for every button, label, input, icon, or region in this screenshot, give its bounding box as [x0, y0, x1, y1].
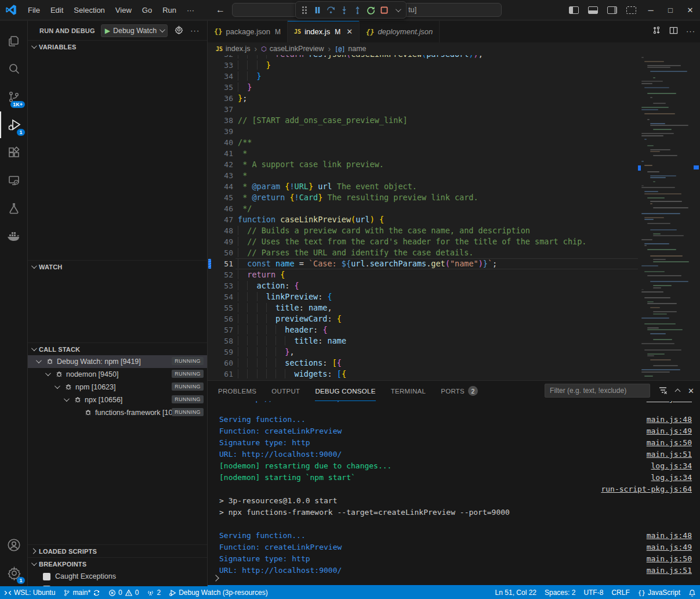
menu-selection[interactable]: Selection — [68, 3, 110, 17]
more-actions-icon[interactable]: ··· — [686, 27, 695, 35]
git-branch-status[interactable]: main* — [59, 586, 104, 599]
console-source-link[interactable]: log.js:34 — [651, 472, 692, 483]
line-number[interactable]: 49 — [208, 236, 233, 247]
line-number[interactable]: 54 — [208, 291, 233, 302]
panel-tab-output[interactable]: OUTPUT — [271, 381, 300, 401]
line-number[interactable]: 50 — [208, 247, 233, 258]
line-number[interactable]: 48 — [208, 225, 233, 236]
open-changes-icon[interactable] — [652, 26, 661, 37]
activitybar-docker[interactable] — [0, 223, 28, 250]
breakpoint-row[interactable]: Caught Exceptions — [28, 570, 207, 583]
nav-back-icon[interactable]: ← — [216, 5, 225, 15]
panel-tab-debug-console[interactable]: DEBUG CONSOLE — [315, 381, 375, 401]
line-number[interactable]: 47 — [208, 214, 233, 225]
line-number[interactable]: 37 — [208, 104, 233, 115]
activitybar-accounts[interactable] — [0, 532, 28, 558]
activitybar-source-control[interactable]: 1K+ — [0, 84, 28, 110]
close-panel-icon[interactable]: ✕ — [688, 387, 694, 395]
callstack-row[interactable]: Debug Watch: npm [9419]RUNNING — [28, 355, 207, 368]
debug-session-status[interactable]: Debug Watch (3p-resources) — [165, 586, 272, 599]
menu-view[interactable]: View — [110, 3, 137, 17]
callstack-row[interactable]: npx [10656]RUNNING — [28, 394, 207, 406]
menu-go[interactable]: Go — [137, 3, 157, 17]
callstack-row[interactable]: functions-framework [106...RUNNING — [28, 406, 207, 419]
code-editor[interactable]: 32 return res.json(caseLinkPreview(parse… — [208, 55, 638, 380]
customize-layout-icon[interactable] — [626, 6, 636, 14]
console-source-link[interactable]: run-script-pkg.js:64 — [601, 483, 692, 495]
activitybar-settings[interactable]: 1 — [0, 560, 28, 586]
activitybar-search[interactable] — [0, 56, 28, 82]
pause-button[interactable] — [311, 3, 324, 16]
section-breakpoints[interactable]: BREAKPOINTS — [28, 557, 207, 570]
language-mode[interactable]: {} JavaScript — [634, 586, 684, 599]
line-number[interactable]: 40 — [208, 137, 233, 148]
line-number[interactable]: 44 — [208, 181, 233, 192]
line-number[interactable]: 36 — [208, 93, 233, 104]
line-number[interactable]: 33 — [208, 60, 233, 71]
callstack-row[interactable]: nodemon [9450]RUNNING — [28, 368, 207, 381]
console-source-link[interactable]: main.js:51 — [647, 401, 692, 405]
eol-status[interactable]: CRLF — [607, 586, 633, 599]
line-number[interactable]: 38 — [208, 115, 233, 126]
line-number[interactable]: 42 — [208, 159, 233, 170]
breakpoint-checkbox[interactable] — [43, 573, 50, 580]
console-source-link[interactable]: main.js:49 — [647, 425, 692, 437]
callstack-row[interactable]: npm [10623]RUNNING — [28, 381, 207, 394]
more-actions-icon[interactable]: ··· — [190, 26, 200, 35]
line-number[interactable]: 39 — [208, 126, 233, 137]
minimize-button[interactable]: ─ — [641, 0, 661, 20]
section-variables[interactable]: VARIABLES — [28, 40, 207, 53]
section-loaded-scripts[interactable]: LOADED SCRIPTS — [28, 544, 207, 557]
close-tab-icon[interactable]: ✕ — [346, 27, 353, 36]
gear-icon[interactable] — [175, 26, 183, 36]
line-number[interactable]: 56 — [208, 313, 233, 324]
line-number[interactable]: 32 — [208, 55, 233, 60]
tab-deployment-json[interactable]: {} deployment.json — [360, 21, 440, 42]
menu-file[interactable]: File — [23, 3, 45, 17]
debug-session-chevron-icon[interactable] — [391, 3, 404, 16]
breadcrumb-symbol[interactable]: caseLinkPreview — [270, 45, 324, 53]
tab-index-js[interactable]: JS index.js M ✕ — [288, 21, 360, 42]
section-watch[interactable]: WATCH — [28, 260, 207, 273]
console-source-link[interactable]: log.js:34 — [651, 460, 692, 472]
line-number[interactable]: 41 — [208, 148, 233, 159]
breadcrumb-member[interactable]: name — [348, 45, 366, 53]
console-source-link[interactable]: main.js:50 — [647, 437, 692, 449]
activitybar-testing[interactable] — [0, 195, 28, 222]
activitybar-remote-explorer[interactable] — [0, 167, 28, 194]
line-number[interactable]: 34 — [208, 71, 233, 82]
menu-moremoremore[interactable]: ··· — [182, 3, 200, 17]
encoding-status[interactable]: UTF-8 — [579, 586, 607, 599]
remote-indicator[interactable]: WSL: Ubuntu — [0, 586, 59, 599]
line-number[interactable]: 46 — [208, 203, 233, 214]
split-editor-icon[interactable] — [669, 26, 678, 37]
ports-status[interactable]: 2 — [143, 586, 165, 599]
start-debug-icon[interactable]: ▶ — [105, 27, 110, 35]
minimap[interactable] — [638, 55, 691, 380]
line-number[interactable]: 45 — [208, 192, 233, 203]
line-number[interactable]: 43 — [208, 170, 233, 181]
line-number[interactable]: 59 — [208, 347, 233, 358]
step-out-button[interactable] — [351, 3, 364, 16]
close-button[interactable]: ✕ — [680, 0, 700, 20]
notifications-bell-icon[interactable] — [684, 586, 700, 599]
console-source-link[interactable]: main.js:48 — [647, 414, 692, 425]
panel-tab-problems[interactable]: PROBLEMS — [218, 381, 256, 401]
panel-tab-ports[interactable]: PORTS2 — [441, 381, 478, 401]
maximize-panel-icon[interactable] — [676, 387, 680, 395]
restart-button[interactable] — [365, 3, 377, 16]
line-number[interactable]: 60 — [208, 358, 233, 369]
toggle-secondary-sidebar-icon[interactable] — [607, 6, 617, 14]
step-into-button[interactable] — [338, 3, 350, 16]
breadcrumb-file[interactable]: index.js — [226, 45, 250, 53]
activitybar-explorer[interactable] — [0, 28, 28, 55]
menu-edit[interactable]: Edit — [45, 3, 68, 17]
maximize-button[interactable]: □ — [661, 0, 680, 20]
line-number[interactable]: 57 — [208, 324, 233, 335]
filter-icon[interactable] — [658, 385, 668, 396]
console-source-link[interactable]: main.js:50 — [647, 553, 692, 565]
line-number[interactable]: 61 — [208, 369, 233, 380]
line-number[interactable]: 51 — [208, 258, 233, 269]
menu-run[interactable]: Run — [157, 3, 182, 17]
activitybar-extensions[interactable] — [0, 139, 28, 166]
